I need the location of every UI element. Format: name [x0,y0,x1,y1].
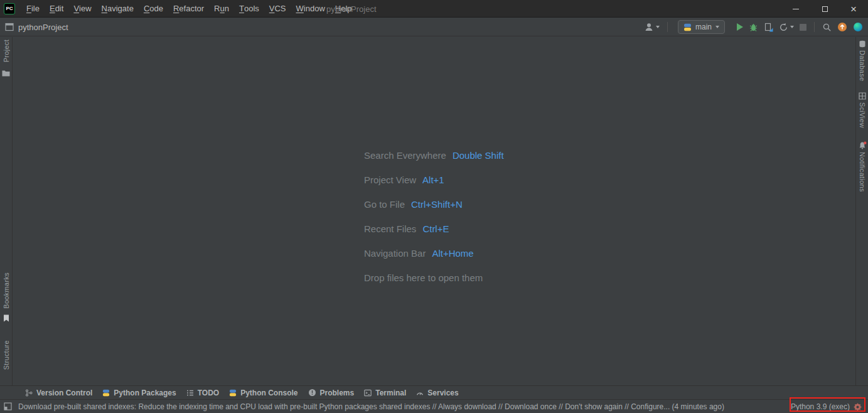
ide-update-button[interactable] [837,22,847,32]
debug-button[interactable] [749,23,758,32]
tool-window-toggle-icon[interactable] [4,402,12,410]
tool-services[interactable]: Services [416,389,458,397]
tool-label: Terminal [375,389,406,397]
menu-code[interactable]: Code [139,0,168,17]
tool-label: Version Control [36,389,92,397]
minimize-icon [793,9,799,9]
tool-version-control[interactable]: Version Control [25,389,92,397]
hint-shortcut[interactable]: Ctrl+Shift+N [411,199,463,210]
hint-recent-files: Recent Files Ctrl+E [364,217,504,241]
hint-shortcut[interactable]: Alt+Home [432,248,473,259]
hint-navigation-bar: Navigation Bar Alt+Home [364,241,504,266]
hint-project-view: Project View Alt+1 [364,168,504,192]
minimize-button[interactable] [781,0,810,18]
profile-button[interactable] [644,22,660,32]
menu-view[interactable]: View [68,0,96,17]
hint-label: Drop files here to open them [364,272,483,283]
hint-drop-files: Drop files here to open them [364,266,504,290]
status-bar: Download pre-built shared indexes: Reduc… [0,399,868,413]
folder-icon[interactable] [2,70,10,77]
close-icon: × [850,4,857,14]
stop-button[interactable] [800,24,806,31]
shortcut-hints: Search Everywhere Double Shift Project V… [364,143,504,290]
run-button[interactable] [737,23,743,31]
right-tool-stripe: Database SciView Notifications [855,37,868,385]
menu-navigate[interactable]: Navigate [97,0,139,17]
left-tool-stripe: Project Bookmarks Structure [0,37,13,385]
update-icon [837,22,847,32]
branch-widget-icon [683,23,692,31]
sidebar-item-database[interactable]: Database [859,50,866,82]
interpreter-label: Python 3.9 (exec) [791,402,850,411]
chevron-down-icon [656,26,660,28]
tool-label: Python Console [240,389,297,397]
bottom-tool-bar: Version Control Python Packages TODO Pyt… [0,385,868,399]
branch-name: main [695,23,712,31]
hint-label: Go to File [364,199,405,210]
menu-tools[interactable]: Tools [234,0,264,17]
hint-go-to-file: Go to File Ctrl+Shift+N [364,192,504,217]
search-icon [822,23,832,32]
git-branch-button[interactable]: main [678,20,725,34]
sync-icon [779,23,788,32]
branch-icon [25,389,33,397]
menu-file[interactable]: File [21,0,45,17]
titlebar: PC File Edit View Navigate Code Refactor… [0,0,868,18]
notifications-bell-icon[interactable] [859,141,867,149]
interpreter-settings-icon [854,403,862,411]
menu-refactor[interactable]: Refactor [168,0,209,17]
hint-label: Recent Files [364,223,416,234]
stop-icon [800,24,806,31]
menu-window[interactable]: Window [291,0,330,17]
database-icon[interactable] [859,40,866,48]
window-title: pythonProject [326,0,377,18]
terminal-icon [364,389,372,397]
sidebar-item-notifications[interactable]: Notifications [859,152,866,192]
sciview-grid-icon[interactable] [859,92,866,100]
window-controls: × [781,0,868,18]
debug-icon [749,23,758,32]
sidebar-item-project[interactable]: Project [3,40,10,62]
menu-vcs[interactable]: VCS [264,0,291,17]
bookmark-icon[interactable] [3,314,9,322]
gauge-icon [416,389,424,397]
sidebar-item-sciview[interactable]: SciView [859,102,866,128]
coverage-icon [764,23,773,32]
hint-shortcut[interactable]: Double Shift [453,150,504,161]
menu-edit[interactable]: Edit [45,0,68,17]
status-message[interactable]: Download pre-built shared indexes: Reduc… [18,402,724,411]
run-icon [737,23,743,31]
sidebar-item-structure[interactable]: Structure [3,340,10,370]
hint-search-everywhere: Search Everywhere Double Shift [364,143,504,168]
search-everywhere-button[interactable] [822,23,832,32]
code-with-me-button[interactable] [853,22,863,32]
tool-problems[interactable]: Problems [308,389,355,397]
project-window-icon [5,23,14,31]
menu-bar: File Edit View Navigate Code Refactor Ru… [21,0,357,17]
toolbar-divider [667,22,668,32]
main-toolbar: pythonProject main [0,18,868,36]
hint-label: Search Everywhere [364,150,446,161]
coverage-button[interactable] [764,23,773,32]
close-button[interactable]: × [839,0,868,18]
tool-terminal[interactable]: Terminal [364,389,406,397]
maximize-button[interactable] [810,0,839,18]
menu-run[interactable]: Run [209,0,234,17]
chevron-down-icon [790,26,794,28]
sync-run-button[interactable] [779,23,794,32]
tool-python-console[interactable]: Python Console [229,389,297,397]
chevron-down-icon [715,26,719,28]
pycharm-logo-icon: PC [4,3,15,14]
hint-shortcut[interactable]: Alt+1 [422,174,444,185]
toolbar-project-name[interactable]: pythonProject [18,23,68,32]
sidebar-item-bookmarks[interactable]: Bookmarks [3,272,10,309]
todo-list-icon [186,389,194,397]
tool-python-packages[interactable]: Python Packages [102,389,176,397]
python-icon [229,389,237,397]
interpreter-widget[interactable]: Python 3.9 (exec) [791,400,862,413]
tool-label: TODO [198,389,219,397]
tool-label: Python Packages [114,389,176,397]
hint-shortcut[interactable]: Ctrl+E [422,223,449,234]
editor-area[interactable]: Search Everywhere Double Shift Project V… [13,37,855,385]
tool-todo[interactable]: TODO [186,389,219,397]
